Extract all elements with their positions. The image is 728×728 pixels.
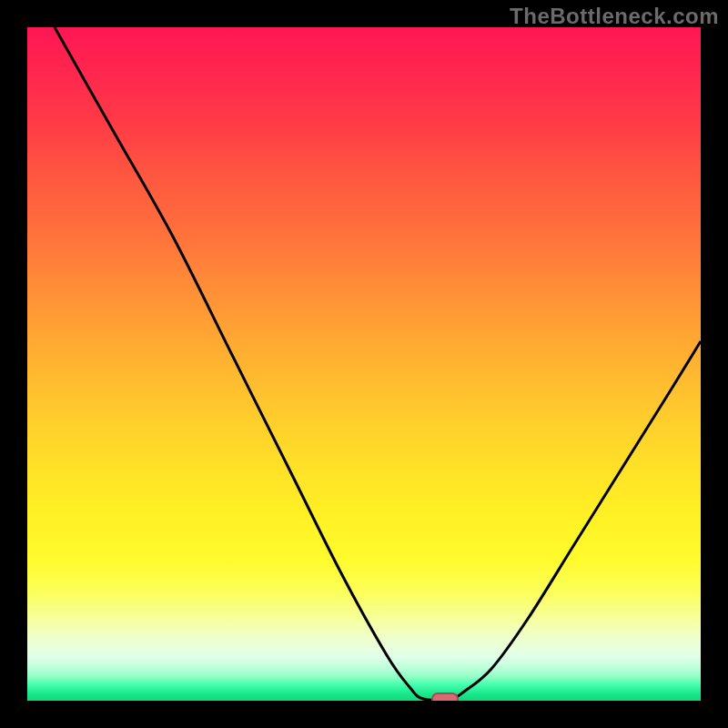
minimum-marker (431, 693, 459, 701)
plot-area (27, 27, 701, 701)
watermark-text: TheBottleneck.com (510, 4, 719, 29)
chart-container: TheBottleneck.com (0, 0, 728, 728)
curve-path (55, 27, 701, 700)
bottleneck-curve (27, 27, 701, 701)
